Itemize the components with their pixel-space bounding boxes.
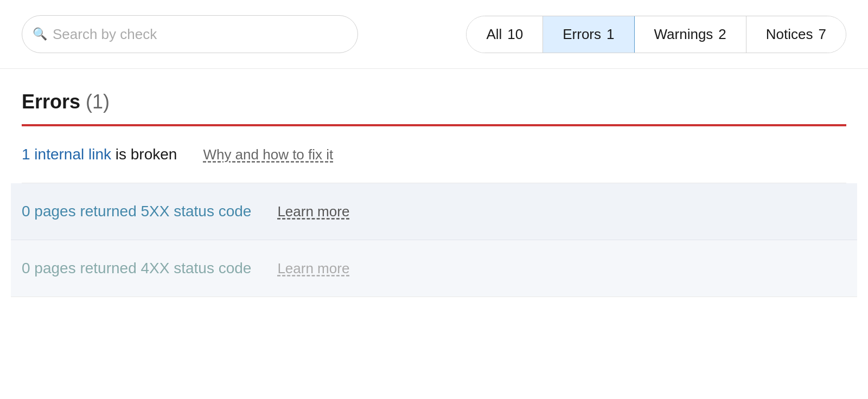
- search-icon: 🔍: [33, 27, 47, 41]
- filter-tabs: All 10 Errors 1 Warnings 2 Notices 7: [466, 16, 846, 53]
- section-heading: Errors (1): [22, 91, 846, 113]
- why-fix-link[interactable]: Why and how to fix it: [203, 146, 333, 163]
- 5xx-text: 0 pages returned 5XX status code: [22, 203, 251, 220]
- tab-all-label: All: [486, 26, 502, 43]
- tab-warnings-count: 2: [718, 26, 726, 43]
- 4xx-text: 0 pages returned 4XX status code: [22, 260, 251, 276]
- result-row-broken-link: 1 internal link is broken Why and how to…: [22, 126, 846, 183]
- main-content: Errors (1) 1 internal link is broken Why…: [0, 69, 868, 297]
- tab-warnings[interactable]: Warnings 2: [635, 16, 746, 53]
- tab-errors[interactable]: Errors 1: [543, 16, 634, 53]
- learn-more-4xx[interactable]: Learn more: [277, 260, 349, 277]
- search-input[interactable]: [22, 15, 358, 53]
- tab-notices-count: 7: [819, 26, 826, 43]
- section-count: (1): [86, 91, 110, 113]
- internal-link-text[interactable]: 1 internal link: [22, 146, 111, 163]
- tab-notices-label: Notices: [766, 26, 813, 43]
- learn-more-5xx[interactable]: Learn more: [277, 203, 349, 220]
- tab-errors-count: 1: [607, 26, 614, 43]
- tab-notices[interactable]: Notices 7: [746, 16, 846, 53]
- tab-warnings-label: Warnings: [654, 26, 713, 43]
- top-bar: 🔍 All 10 Errors 1 Warnings 2 Notices 7: [0, 0, 868, 69]
- tab-errors-label: Errors: [563, 26, 601, 43]
- section-title: Errors: [22, 91, 80, 113]
- tab-all[interactable]: All 10: [467, 16, 543, 53]
- result-text-broken-link: 1 internal link is broken: [22, 146, 177, 163]
- search-container: 🔍: [22, 15, 358, 53]
- tab-all-count: 10: [507, 26, 523, 43]
- result-text-4xx: 0 pages returned 4XX status code: [22, 260, 251, 277]
- result-text-5xx: 0 pages returned 5XX status code: [22, 203, 251, 220]
- result-row-4xx: 0 pages returned 4XX status code Learn m…: [11, 240, 857, 297]
- broken-text: is broken: [111, 146, 177, 163]
- result-row-5xx: 0 pages returned 5XX status code Learn m…: [11, 183, 857, 240]
